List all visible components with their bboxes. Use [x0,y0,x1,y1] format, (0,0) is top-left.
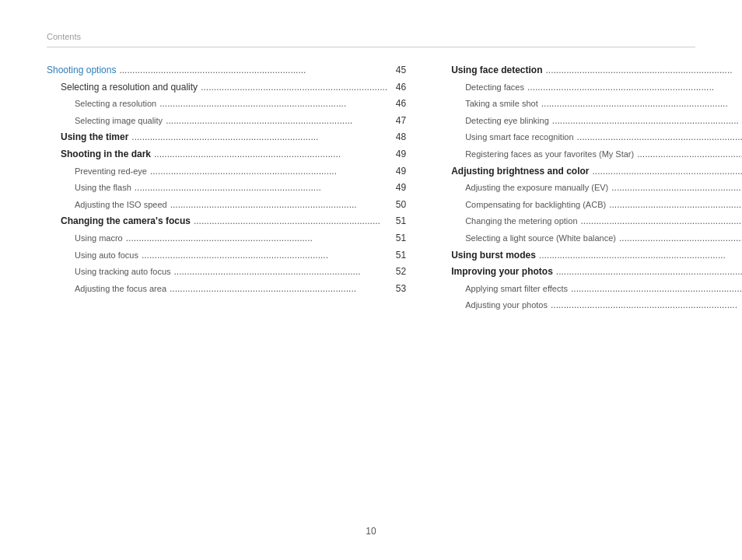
toc-entry: Adjusting your photos ..................… [437,298,742,313]
toc-page: 49 [390,180,406,195]
toc-entry: Using smart face recognition ...........… [437,130,742,145]
toc-entry: Using the timer ........................… [47,130,406,145]
toc-entry: Selecting image quality ................… [47,114,406,128]
toc-label: Using burst modes [437,248,536,263]
toc-label: Adjusting your photos [437,299,548,312]
toc-page: 50 [390,198,406,212]
toc-entry: Improving your photos ..................… [437,264,742,279]
toc-entry: Adjusting the focus area ...............… [47,282,406,296]
toc-entry: Adjusting the exposure manually (EV) ...… [437,180,742,195]
toc-label: Using macro [47,232,123,245]
toc-entry: Using the flash ........................… [47,180,406,195]
toc-entry: Preventing red-eye .....................… [47,164,406,179]
toc-page: 51 [390,231,406,246]
toc-page: 51 [390,248,406,263]
toc-label: Using auto focus [47,249,138,262]
toc-entry: Adjusting brightness and color .........… [437,164,742,179]
toc-dots: ........................................… [154,147,387,162]
page-footer: 10 [0,526,742,537]
toc-entry: Registering faces as your favorites (My … [437,147,742,162]
toc-dots: ........................................… [577,130,742,145]
toc-dots: ........................................… [609,198,742,212]
toc-dots: ........................................… [194,214,387,229]
toc-page: 53 [390,282,406,296]
toc-entry: Using face detection ...................… [437,63,742,78]
toc-dots: ........................................… [142,248,387,263]
toc-dots: ........................................… [637,147,742,162]
toc-dots: ........................................… [551,298,742,313]
toc-dots: ........................................… [174,264,388,279]
toc-label: Registering faces as your favorites (My … [437,148,634,161]
toc-label: Preventing red-eye [47,165,147,178]
left-column: Shooting options .......................… [47,63,406,315]
toc-dots: ........................................… [159,96,387,111]
toc-label: Selecting a resolution [47,97,156,110]
toc-label: Selecting a resolution and quality [47,80,198,95]
toc-label: Detecting faces [437,81,524,94]
toc-label: Adjusting brightness and color [437,164,589,179]
toc-dots: ........................................… [201,80,387,95]
toc-entry: Detecting eye blinking .................… [437,114,742,128]
toc-entry: Changing the metering option ...........… [437,214,742,229]
toc-dots: ........................................… [170,282,387,296]
toc-entry: Selecting a resolution and quality .....… [47,80,406,95]
toc-label: Shooting options [47,63,116,78]
toc-dots: ........................................… [581,214,743,229]
toc-entry: Using auto focus .......................… [47,248,406,263]
toc-label: Improving your photos [437,264,553,279]
toc-entry: Selecting a resolution .................… [47,96,406,111]
toc-page: 49 [390,164,406,179]
toc-dots: ........................................… [556,264,742,279]
toc-dots: ........................................… [539,248,742,263]
toc-entry: Using macro ............................… [47,231,406,246]
toc-entry: Applying smart filter effects ..........… [437,282,742,296]
toc-label: Adjusting the focus area [47,282,166,296]
toc-label: Using the flash [47,181,131,194]
toc-dots: ........................................… [552,114,742,128]
toc-page: 52 [390,264,406,279]
toc-label: Using the timer [47,130,128,145]
toc-dots: ........................................… [611,180,742,195]
toc-dots: ........................................… [527,80,742,95]
toc-label: Selecting a light source (White balance) [437,232,616,245]
toc-entry: Using burst modes ......................… [437,248,742,263]
page-container: Contents Shooting options ..............… [0,0,742,560]
toc-entry: Detecting faces ........................… [437,80,742,95]
toc-dots: ........................................… [150,164,387,179]
toc-label: Taking a smile shot [437,97,538,110]
toc-dots: ........................................… [135,180,387,195]
toc-page: 46 [390,80,406,95]
toc-dots: ........................................… [546,63,742,78]
toc-label: Using smart face recognition [437,131,573,144]
page-header: Contents [47,31,695,47]
toc-dots: ........................................… [593,164,742,179]
toc-dots: ........................................… [619,231,742,246]
toc-page: 48 [390,130,406,145]
toc-entry: Shooting in the dark ...................… [47,147,406,162]
toc-entry: Adjusting the ISO speed ................… [47,198,406,212]
toc-dots: ........................................… [131,130,387,145]
header-title: Contents [47,32,81,41]
toc-page: 46 [390,96,406,111]
toc-label: Changing the camera's focus [47,214,191,229]
toc-page: 47 [390,114,406,128]
toc-label: Adjusting the exposure manually (EV) [437,181,608,194]
toc-dots: ........................................… [170,198,388,212]
toc-dots: ........................................… [541,96,742,111]
right-column: Using face detection ...................… [437,63,742,315]
toc-dots: ........................................… [571,282,742,296]
toc-label: Selecting image quality [47,114,163,128]
toc-entry: Changing the camera's focus ............… [47,214,406,229]
toc-entry: Using tracking auto focus ..............… [47,264,406,279]
content-area: Shooting options .......................… [47,63,695,315]
toc-entry: Compensating for backlighting (ACB) ....… [437,198,742,212]
toc-dots: ........................................… [126,231,387,246]
toc-page: 51 [390,214,406,229]
toc-label: Compensating for backlighting (ACB) [437,198,606,212]
toc-entry: Selecting a light source (White balance)… [437,231,742,246]
toc-entry: Shooting options .......................… [47,63,406,78]
page-number: 10 [366,526,376,537]
toc-dots: ........................................… [119,63,387,78]
toc-page: 45 [390,63,406,78]
toc-dots: ........................................… [166,114,387,128]
